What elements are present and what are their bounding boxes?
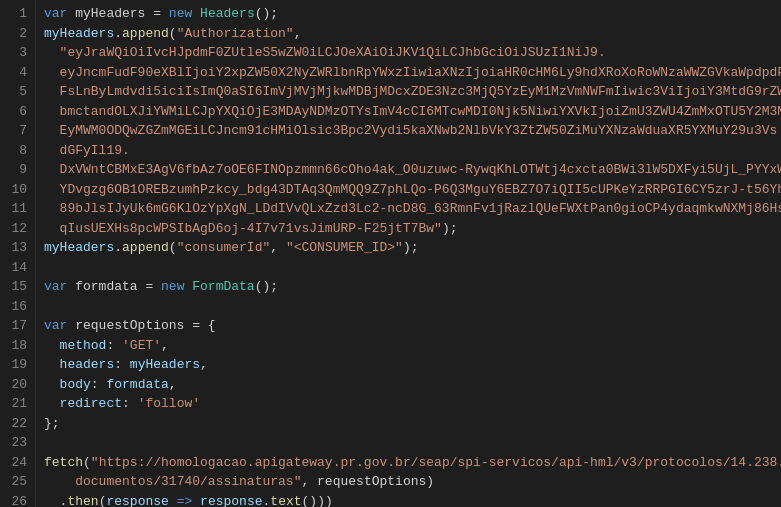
line-number: 15	[0, 277, 35, 297]
code-line: var formdata = new FormData();	[44, 277, 781, 297]
line-numbers: 1 2 3 4 5 6 7 8 9 10 11 12 13 14 15 16 1…	[0, 0, 36, 507]
line-number: 17	[0, 316, 35, 336]
line-number: 18	[0, 336, 35, 356]
code-line: var myHeaders = new Headers();	[44, 4, 781, 24]
code-line: headers: myHeaders,	[44, 355, 781, 375]
line-number: 24	[0, 453, 35, 473]
line-number: 26	[0, 492, 35, 508]
line-number: 20	[0, 375, 35, 395]
code-line: dGFyIl19.	[44, 141, 781, 161]
code-line: .then(response => response.text()))	[44, 492, 781, 508]
line-number: 25	[0, 472, 35, 492]
code-line: "eyJraWQiOiIvcHJpdmF0ZUtleS5wZW0iLCJOeXA…	[44, 43, 781, 63]
code-line: qIusUEXHs8pcWPSIbAgD6oj-4I7v71vsJimURP-F…	[44, 219, 781, 239]
line-number: 19	[0, 355, 35, 375]
line-number: 5	[0, 82, 35, 102]
code-editor: 1 2 3 4 5 6 7 8 9 10 11 12 13 14 15 16 1…	[0, 0, 781, 507]
code-line: FsLnByLmdvdi5iciIsImQ0aSI6ImVjMVjMjkwMDB…	[44, 82, 781, 102]
code-line: 89bJlsIJyUk6mG6KlOzYpXgN_LDdIVvQLxZzd3Lc…	[44, 199, 781, 219]
line-number: 23	[0, 433, 35, 453]
code-line: method: 'GET',	[44, 336, 781, 356]
line-number: 10	[0, 180, 35, 200]
code-line	[44, 297, 781, 317]
line-number: 6	[0, 102, 35, 122]
code-line: myHeaders.append("Authorization",	[44, 24, 781, 44]
line-number: 7	[0, 121, 35, 141]
line-number: 8	[0, 141, 35, 161]
line-number: 14	[0, 258, 35, 278]
code-line: eyJncmFudF90eXBlIjoiY2xpZW50X2NyZWRlbnRp…	[44, 63, 781, 83]
line-number: 1	[0, 4, 35, 24]
line-number: 13	[0, 238, 35, 258]
code-line: DxVWntCBMxE3AgV6fbAz7oOE6FINOpzmmn66cOho…	[44, 160, 781, 180]
code-line: bmctandOLXJiYWMiLCJpYXQiOjE3MDAyNDMzOTYs…	[44, 102, 781, 122]
line-number: 21	[0, 394, 35, 414]
line-number: 9	[0, 160, 35, 180]
code-line: fetch("https://homologacao.apigateway.pr…	[44, 453, 781, 473]
line-number: 3	[0, 43, 35, 63]
code-line	[44, 258, 781, 278]
line-number: 16	[0, 297, 35, 317]
code-line: YDvgzg6OB1OREBzumhPzkcy_bdg43DTAq3QmMQQ9…	[44, 180, 781, 200]
line-number: 2	[0, 24, 35, 44]
code-line: var requestOptions = {	[44, 316, 781, 336]
code-line: myHeaders.append("consumerId", "<CONSUME…	[44, 238, 781, 258]
code-line: redirect: 'follow'	[44, 394, 781, 414]
code-content[interactable]: var myHeaders = new Headers(); myHeaders…	[36, 0, 781, 507]
code-line	[44, 433, 781, 453]
line-number: 4	[0, 63, 35, 83]
code-line: };	[44, 414, 781, 434]
code-line: body: formdata,	[44, 375, 781, 395]
code-line: EyMWM0ODQwZGZmMGEiLCJncm91cHMiOlsic3Bpc2…	[44, 121, 781, 141]
line-number: 22	[0, 414, 35, 434]
line-number: 11	[0, 199, 35, 219]
line-number: 12	[0, 219, 35, 239]
code-line: documentos/31740/assinaturas", requestOp…	[44, 472, 781, 492]
